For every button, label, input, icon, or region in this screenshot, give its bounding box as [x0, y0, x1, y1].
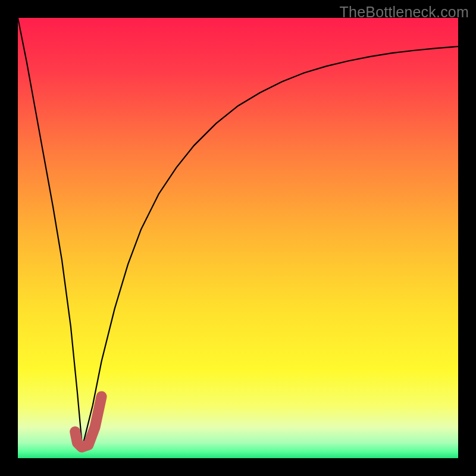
curves-layer: [18, 18, 458, 458]
curve-left-branch: [18, 18, 82, 440]
chart-frame: TheBottleneck.com: [0, 0, 476, 476]
watermark-text: TheBottleneck.com: [340, 4, 469, 21]
plot-area: [18, 18, 458, 458]
curve-right-branch: [84, 46, 458, 440]
